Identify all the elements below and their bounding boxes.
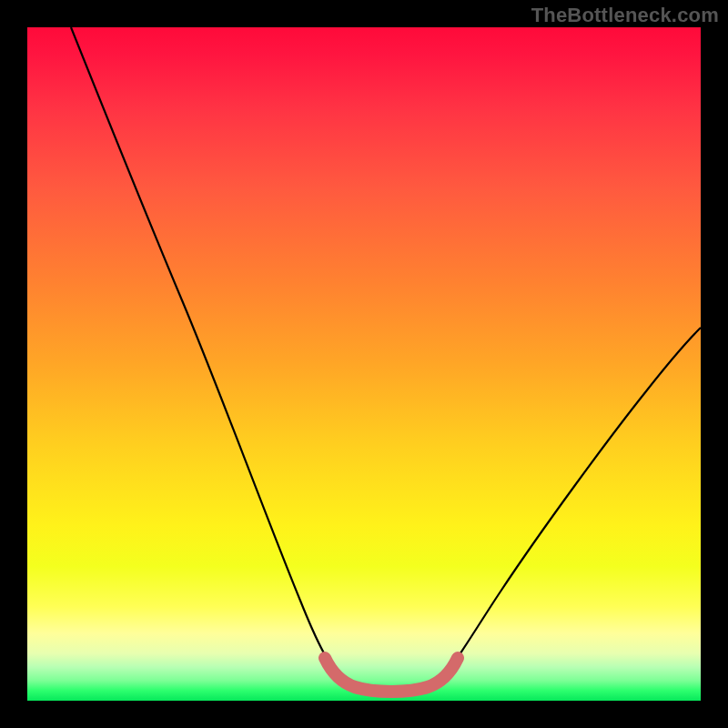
curve-layer: [27, 27, 701, 701]
plot-area: [27, 27, 701, 701]
bottleneck-curve: [71, 27, 701, 692]
chart-frame: TheBottleneck.com: [0, 0, 728, 728]
highlight-band: [325, 658, 458, 692]
watermark-text: TheBottleneck.com: [531, 4, 719, 27]
